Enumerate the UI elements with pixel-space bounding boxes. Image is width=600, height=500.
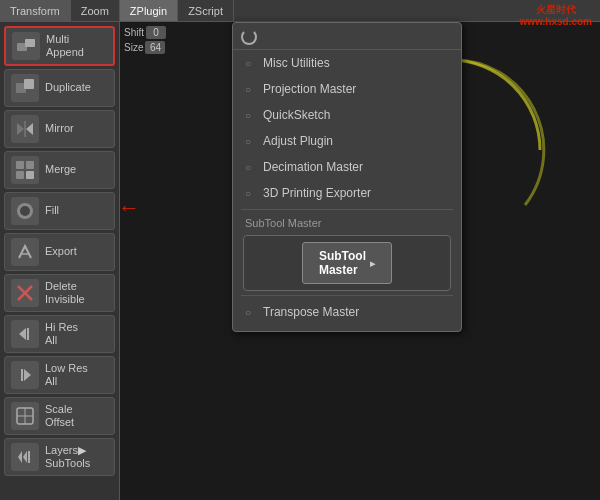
size-value: 64: [145, 41, 165, 54]
check-ap-icon: ○: [245, 136, 259, 147]
btn-low-res-label: Low ResAll: [45, 362, 88, 388]
subtool-master-inner: SubToolMaster ▸: [302, 242, 392, 284]
svg-rect-9: [16, 171, 24, 179]
subtool-arrow-icon: ▸: [370, 258, 375, 269]
dropdown-item-decimation-master[interactable]: ○ Decimation Master: [233, 154, 461, 180]
svg-marker-4: [17, 123, 24, 135]
refresh-icon: [241, 29, 257, 45]
duplicate-icon: [11, 74, 39, 102]
btn-hi-res-all[interactable]: Hi ResAll: [4, 315, 115, 353]
svg-marker-18: [24, 369, 31, 381]
dropdown-item-adjust-plugin[interactable]: ○ Adjust Plugin: [233, 128, 461, 154]
hi-res-icon: [11, 320, 39, 348]
fill-icon: [11, 197, 39, 225]
dropdown-item-quicksketch[interactable]: ○ QuickSketch: [233, 102, 461, 128]
svg-point-12: [20, 206, 30, 216]
btn-export[interactable]: Export: [4, 233, 115, 271]
dropdown-item-transpose-master[interactable]: ○ Transpose Master: [233, 299, 461, 325]
low-res-icon: [11, 361, 39, 389]
layers-icon: [11, 443, 39, 471]
btn-hi-res-label: Hi ResAll: [45, 321, 78, 347]
btn-delete-invisible-label: DeleteInvisible: [45, 280, 85, 306]
btn-fill-label: Fill: [45, 204, 59, 217]
dropdown-divider-2: [241, 295, 453, 296]
btn-multi-append[interactable]: MultiAppend: [4, 26, 115, 66]
subtool-master-section-label: SubTool Master: [233, 213, 461, 231]
mirror-icon: [11, 115, 39, 143]
btn-mirror-label: Mirror: [45, 122, 74, 135]
btn-mirror[interactable]: Mirror: [4, 110, 115, 148]
watermark: 火星时代 www.hxsd.com: [520, 4, 592, 28]
scale-offset-icon: [11, 402, 39, 430]
menu-item-zoom[interactable]: Zoom: [71, 0, 120, 21]
btn-duplicate-label: Duplicate: [45, 81, 91, 94]
check-qs-icon: ○: [245, 110, 259, 121]
shift-value: 0: [146, 26, 166, 39]
svg-rect-8: [26, 161, 34, 169]
export-icon: [11, 238, 39, 266]
btn-merge[interactable]: Merge: [4, 151, 115, 189]
merge-icon: [11, 156, 39, 184]
shift-label: Shift: [124, 27, 144, 38]
svg-marker-16: [19, 328, 26, 340]
btn-merge-label: Merge: [45, 163, 76, 176]
svg-marker-23: [18, 451, 22, 463]
btn-scale-offset[interactable]: ScaleOffset: [4, 397, 115, 435]
check-proj-icon: ○: [245, 84, 259, 95]
svg-marker-5: [26, 123, 33, 135]
check-3dp-icon: ○: [245, 188, 259, 199]
btn-duplicate[interactable]: Duplicate: [4, 69, 115, 107]
btn-multi-append-label: MultiAppend: [46, 33, 84, 59]
btn-layers-label: Layers▶SubTools: [45, 444, 90, 470]
btn-low-res-all[interactable]: Low ResAll: [4, 356, 115, 394]
btn-delete-invisible[interactable]: DeleteInvisible: [4, 274, 115, 312]
dropdown-panel: ○ Misc Utilities ○ Projection Master ○ Q…: [232, 22, 462, 332]
btn-export-label: Export: [45, 245, 77, 258]
size-label: Size: [124, 42, 143, 53]
btn-layers-subtools[interactable]: Layers▶SubTools: [4, 438, 115, 476]
svg-marker-24: [23, 451, 27, 463]
check-tm-icon: ○: [245, 307, 259, 318]
check-dm-icon: ○: [245, 162, 259, 173]
menu-item-transform[interactable]: Transform: [0, 0, 71, 21]
menu-item-zscript[interactable]: ZScript: [178, 0, 234, 21]
dropdown-item-projection-master[interactable]: ○ Projection Master: [233, 76, 461, 102]
subtool-master-label: SubToolMaster: [319, 249, 366, 277]
dropdown-divider: [241, 209, 453, 210]
dropdown-header: [233, 23, 461, 50]
subtool-master-button[interactable]: SubToolMaster ▸: [243, 235, 451, 291]
shift-size-panel: Shift 0 Size 64: [120, 22, 200, 60]
menu-item-zplugin[interactable]: ZPlugin: [120, 0, 178, 21]
svg-rect-1: [25, 39, 35, 47]
dropdown-item-misc-utilities[interactable]: ○ Misc Utilities: [233, 50, 461, 76]
left-toolbar: MultiAppend Duplicate Mirror: [0, 22, 120, 500]
btn-scale-offset-label: ScaleOffset: [45, 403, 74, 429]
svg-rect-7: [16, 161, 24, 169]
svg-rect-10: [26, 171, 34, 179]
dropdown-item-3d-printing[interactable]: ○ 3D Printing Exporter: [233, 180, 461, 206]
red-arrow: ←: [118, 195, 140, 221]
btn-fill[interactable]: Fill: [4, 192, 115, 230]
multi-append-icon: [12, 32, 40, 60]
svg-rect-3: [24, 79, 34, 89]
check-misc-icon: ○: [245, 58, 259, 69]
top-menubar: Transform Zoom ZPlugin ZScript: [0, 0, 600, 22]
delete-invisible-icon: [11, 279, 39, 307]
